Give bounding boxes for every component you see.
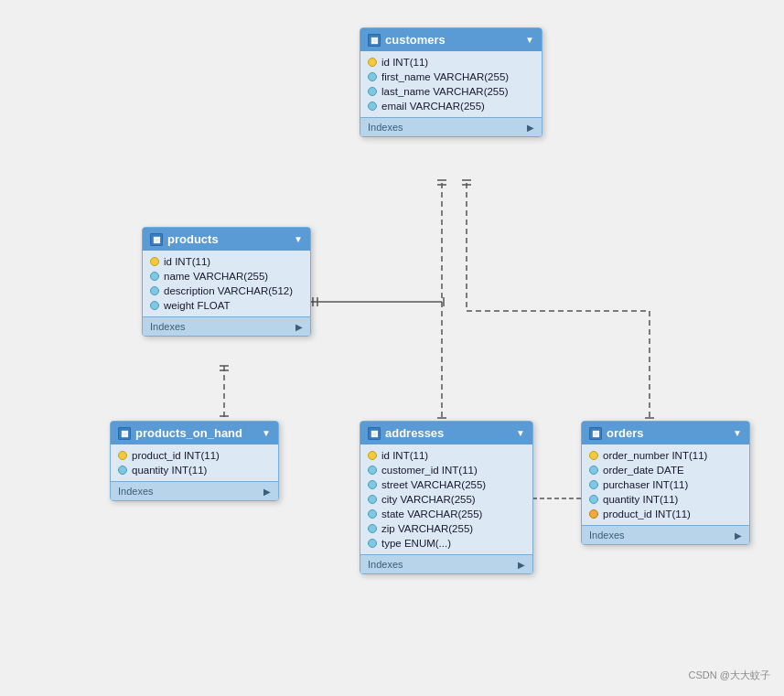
regular-icon — [368, 466, 377, 475]
addresses-dropdown-icon[interactable]: ▼ — [516, 428, 525, 438]
products-field-name: name VARCHAR(255) — [143, 269, 310, 284]
customers-indexes[interactable]: Indexes ▶ — [360, 117, 542, 136]
orders-title: orders — [607, 426, 643, 440]
regular-icon — [368, 524, 377, 533]
regular-icon — [150, 301, 159, 310]
regular-icon — [150, 286, 159, 295]
addresses-fields: id INT(11) customer_id INT(11) street VA… — [360, 444, 532, 554]
orders-indexes-label: Indexes — [589, 530, 625, 541]
poh-title: products_on_hand — [135, 426, 242, 440]
products-indexes-label: Indexes — [150, 321, 186, 332]
pk-icon — [150, 257, 159, 266]
regular-icon — [118, 466, 127, 475]
addresses-title: addresses — [385, 426, 444, 440]
customers-header: ▦ customers ▼ — [360, 28, 542, 51]
products-title: products — [167, 232, 219, 246]
poh-table-icon: ▦ — [118, 427, 131, 440]
poh-indexes[interactable]: Indexes ▶ — [111, 481, 278, 500]
addresses-indexes[interactable]: Indexes ▶ — [360, 554, 532, 573]
products-indexes-arrow: ▶ — [295, 322, 303, 332]
customers-field-email: email VARCHAR(255) — [360, 99, 542, 113]
products-fields: id INT(11) name VARCHAR(255) description… — [143, 251, 310, 316]
products-indexes[interactable]: Indexes ▶ — [143, 316, 310, 336]
table-customers[interactable]: ▦ customers ▼ id INT(11) first_name VARC… — [360, 27, 542, 137]
regular-icon — [368, 87, 377, 96]
regular-icon — [368, 495, 377, 504]
orders-dropdown-icon[interactable]: ▼ — [733, 428, 742, 438]
poh-dropdown-icon[interactable]: ▼ — [262, 428, 271, 438]
addresses-field-zip: zip VARCHAR(255) — [360, 521, 532, 536]
poh-field-quantity: quantity INT(11) — [111, 463, 278, 477]
products-on-hand-header: ▦ products_on_hand ▼ — [111, 422, 278, 444]
products-field-description: description VARCHAR(512) — [143, 284, 310, 298]
poh-indexes-arrow: ▶ — [263, 487, 271, 497]
regular-icon — [368, 480, 377, 489]
products-table-icon: ▦ — [150, 233, 163, 246]
orders-field-productid: product_id INT(11) — [582, 507, 749, 521]
products-field-id: id INT(11) — [143, 254, 310, 269]
addresses-indexes-label: Indexes — [368, 559, 403, 570]
addresses-table-icon: ▦ — [368, 427, 381, 440]
regular-icon — [150, 272, 159, 281]
products-dropdown-icon[interactable]: ▼ — [294, 234, 303, 244]
pk-icon — [589, 451, 598, 460]
table-addresses[interactable]: ▦ addresses ▼ id INT(11) customer_id INT… — [360, 421, 533, 574]
regular-icon — [589, 466, 598, 475]
addresses-field-state: state VARCHAR(255) — [360, 507, 532, 521]
customers-title: customers — [385, 33, 446, 47]
orders-field-ordernumber: order_number INT(11) — [582, 448, 749, 463]
orders-table-icon: ▦ — [589, 427, 602, 440]
pk-icon — [368, 451, 377, 460]
customers-field-firstname: first_name VARCHAR(255) — [360, 70, 542, 84]
diagram-canvas: ▦ customers ▼ id INT(11) first_name VARC… — [0, 0, 784, 696]
orders-field-quantity: quantity INT(11) — [582, 492, 749, 507]
customers-table-icon: ▦ — [368, 34, 381, 47]
regular-icon — [368, 72, 377, 81]
orders-fields: order_number INT(11) order_date DATE pur… — [582, 444, 749, 525]
customers-indexes-arrow: ▶ — [527, 123, 534, 133]
addresses-field-city: city VARCHAR(255) — [360, 492, 532, 507]
products-header: ▦ products ▼ — [143, 228, 310, 251]
orders-field-orderdate: order_date DATE — [582, 463, 749, 477]
products-field-weight: weight FLOAT — [143, 298, 310, 313]
addresses-header: ▦ addresses ▼ — [360, 422, 532, 444]
addresses-field-customerid: customer_id INT(11) — [360, 463, 532, 477]
addresses-field-street: street VARCHAR(255) — [360, 477, 532, 492]
customers-fields: id INT(11) first_name VARCHAR(255) last_… — [360, 51, 542, 117]
table-products-on-hand[interactable]: ▦ products_on_hand ▼ product_id INT(11) … — [110, 421, 279, 501]
watermark: CSDN @大大蚊子 — [689, 669, 770, 682]
customers-field-lastname: last_name VARCHAR(255) — [360, 84, 542, 99]
addresses-indexes-arrow: ▶ — [518, 560, 525, 570]
regular-icon — [368, 102, 377, 111]
regular-icon — [368, 509, 377, 519]
poh-field-productid: product_id INT(11) — [111, 448, 278, 463]
addresses-field-type: type ENUM(...) — [360, 536, 532, 551]
fk-icon — [589, 509, 598, 519]
pk-icon — [118, 451, 127, 460]
regular-icon — [368, 539, 377, 548]
orders-field-purchaser: purchaser INT(11) — [582, 477, 749, 492]
addresses-field-id: id INT(11) — [360, 448, 532, 463]
customers-field-id: id INT(11) — [360, 55, 542, 70]
orders-header: ▦ orders ▼ — [582, 422, 749, 444]
regular-icon — [589, 480, 598, 489]
pk-icon — [368, 58, 377, 67]
regular-icon — [589, 495, 598, 504]
orders-indexes[interactable]: Indexes ▶ — [582, 525, 749, 544]
orders-indexes-arrow: ▶ — [735, 530, 742, 541]
customers-dropdown-icon[interactable]: ▼ — [525, 35, 534, 45]
table-products[interactable]: ▦ products ▼ id INT(11) name VARCHAR(255… — [142, 227, 311, 337]
poh-fields: product_id INT(11) quantity INT(11) — [111, 444, 278, 481]
poh-indexes-label: Indexes — [118, 486, 154, 497]
table-orders[interactable]: ▦ orders ▼ order_number INT(11) order_da… — [581, 421, 750, 545]
customers-indexes-label: Indexes — [368, 122, 403, 133]
